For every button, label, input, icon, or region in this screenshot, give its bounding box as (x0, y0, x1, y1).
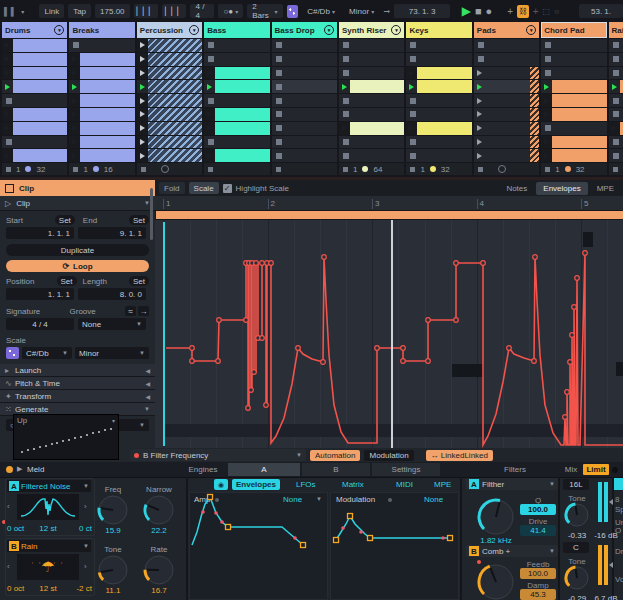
clip-bar[interactable] (215, 149, 269, 162)
automation-arm-icon[interactable]: ⛓ (517, 5, 529, 18)
clip-play-button[interactable] (541, 108, 552, 121)
soft-clip-dot[interactable] (612, 467, 618, 473)
clip-stop-button[interactable] (410, 111, 416, 117)
clip-slot[interactable] (69, 80, 134, 93)
clip-slot[interactable] (406, 39, 471, 52)
clip-panel-scrollbar[interactable] (150, 188, 153, 240)
clip-stop-button[interactable] (6, 139, 12, 145)
clip-bar[interactable] (13, 108, 67, 121)
clip-stop-button[interactable] (478, 42, 484, 48)
chevron-left-icon[interactable]: ◀ (145, 393, 150, 400)
limit-toggle[interactable]: Limit (583, 464, 609, 475)
track-stop-all-button[interactable] (141, 167, 146, 172)
clip-stop-button[interactable] (613, 111, 619, 117)
clip-play-button[interactable] (2, 122, 13, 135)
clip-slot[interactable] (541, 108, 606, 121)
mix-a-fader-handle-icon[interactable] (609, 499, 613, 505)
breakpoint-handle[interactable] (260, 336, 265, 341)
clip-play-button[interactable] (69, 122, 80, 135)
clip-slot[interactable] (272, 80, 337, 93)
clip-bar[interactable] (80, 67, 134, 80)
breakpoint-handle[interactable] (321, 360, 326, 365)
clip-slot[interactable] (2, 39, 67, 52)
clip-slot[interactable] (474, 53, 539, 66)
freq-knob[interactable] (96, 493, 130, 527)
device-activator-led[interactable] (6, 466, 13, 473)
clip-slot[interactable] (204, 39, 269, 52)
clip-play-button-playing[interactable] (137, 80, 148, 93)
position-set-button[interactable]: Set (57, 276, 77, 286)
breakpoint-handle[interactable] (583, 251, 588, 256)
breakpoint-handle[interactable] (575, 276, 580, 281)
shape-mode-label[interactable]: Up (17, 416, 27, 425)
length-set-button[interactable]: Set (129, 276, 149, 286)
clip-scale-mode-select[interactable]: Minor▼ (75, 347, 149, 359)
clip-slot[interactable] (204, 80, 269, 93)
clip-slot[interactable] (609, 108, 623, 121)
engine-tab-a[interactable]: A (228, 463, 300, 476)
track-header[interactable]: Drums▾ (2, 22, 67, 38)
track-stop-all-button[interactable] (73, 167, 78, 172)
filter-b-freq-knob[interactable] (476, 562, 516, 600)
groove-commit-icon[interactable]: → (138, 306, 149, 316)
clip-play-button[interactable] (204, 122, 215, 135)
engine-next-button[interactable]: › (84, 562, 87, 571)
tempo-field[interactable]: 175.00 (95, 4, 129, 18)
clip-play-button[interactable] (204, 67, 215, 80)
clip-bar-hatched[interactable] (148, 149, 202, 162)
clip-slot[interactable] (69, 149, 134, 162)
chevron-left-icon[interactable]: ◀ (145, 367, 150, 374)
clip-bar[interactable] (13, 149, 67, 162)
clip-play-button[interactable] (137, 39, 148, 52)
clip-slot[interactable] (339, 39, 404, 52)
clip-play-button[interactable] (2, 67, 13, 80)
clip-bar-hatch-right[interactable] (530, 80, 539, 93)
engine-prev-button[interactable]: ‹ (7, 502, 10, 511)
clip-bar[interactable] (417, 80, 471, 93)
clip-play-button[interactable] (137, 94, 148, 107)
start-set-button[interactable]: Set (55, 215, 75, 225)
clip-slot[interactable] (474, 122, 539, 135)
loop-brace[interactable] (156, 211, 623, 219)
track-header[interactable]: Synth Riser▾ (339, 22, 404, 38)
track-monitor-icon[interactable]: ▾ (526, 25, 536, 35)
clip-play-button-playing[interactable] (609, 80, 620, 93)
clip-slot[interactable] (272, 122, 337, 135)
clip-slot[interactable] (406, 136, 471, 149)
track-stop-all-button[interactable] (343, 167, 348, 172)
fold-button[interactable]: Fold (159, 182, 185, 194)
clip-play-button[interactable] (137, 108, 148, 121)
clip-slot[interactable] (69, 67, 134, 80)
breakpoint-handle[interactable] (426, 359, 431, 364)
clip-slot[interactable] (474, 94, 539, 107)
clip-bar[interactable] (80, 80, 134, 93)
subtab-matrix[interactable]: Matrix (338, 479, 368, 490)
breakpoint-handle[interactable] (454, 261, 459, 266)
clip-stop-button[interactable] (276, 84, 282, 90)
groove-pool-icon[interactable]: ○● ▾ (218, 4, 243, 18)
mix-a-pan-field[interactable]: 16L (563, 479, 589, 490)
loop-toggle-icon[interactable]: ○ (554, 7, 559, 16)
clip-bar-hatch-right[interactable] (530, 94, 539, 107)
clip-play-button[interactable] (406, 122, 417, 135)
clip-slot[interactable] (2, 53, 67, 66)
clip-stop-button[interactable] (276, 42, 282, 48)
clip-bar[interactable] (13, 122, 67, 135)
clip-stop-button[interactable] (6, 98, 12, 104)
chevron-left-icon[interactable]: ◀ (145, 380, 150, 387)
clip-stop-button[interactable] (276, 139, 282, 145)
clip-slot[interactable] (474, 80, 539, 93)
clip-bar[interactable] (350, 80, 404, 93)
mix-a-level-fader2[interactable] (604, 482, 608, 522)
engine-select-b[interactable]: BRain▼ (7, 540, 91, 552)
clip-stop-button[interactable] (276, 98, 282, 104)
clip-play-button[interactable] (137, 136, 148, 149)
tab-notes[interactable]: Notes (499, 182, 534, 195)
clip-play-button[interactable] (339, 122, 350, 135)
engine-tab-settings[interactable]: Settings (372, 463, 440, 476)
breakpoint-handle[interactable] (401, 346, 406, 351)
clip-slot[interactable] (406, 67, 471, 80)
clip-play-button[interactable] (474, 122, 485, 135)
clip-activator-checkbox[interactable] (5, 184, 14, 193)
clip-play-button[interactable] (204, 149, 215, 162)
